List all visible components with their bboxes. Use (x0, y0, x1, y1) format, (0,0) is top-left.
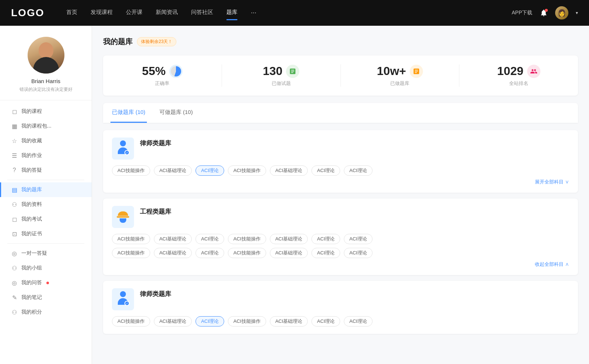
tag-2-13[interactable]: ACI理论 (311, 248, 340, 258)
bank-card-lawyer-2: ✓ 律师类题库 ACI技能操作 ACI基础理论 ACI理论 ACI技能操作 AC… (103, 281, 578, 334)
user-motto: 错误的决定比没有决定要好 (7, 86, 84, 93)
tag-1-3[interactable]: ACI理论 (195, 165, 224, 176)
notification-bell[interactable] (540, 9, 548, 17)
sidebar-item-question-bank[interactable]: ▤ 我的题库 (0, 182, 92, 197)
stat-value-done: 130 (263, 64, 282, 78)
stat-value-banks: 10w+ (377, 64, 406, 78)
avatar-image (28, 37, 64, 74)
stat-accuracy: 55% 正确率 (103, 64, 222, 87)
nav-open-course[interactable]: 公开课 (126, 9, 142, 17)
sidebar-item-one-on-one[interactable]: ◎ 一对一答疑 (0, 246, 92, 261)
main-content: 我的题库 体验剩余23天！ 55% 正确率 130 (92, 26, 589, 364)
helmet-top (118, 211, 128, 216)
tag-1-4[interactable]: ACI技能操作 (228, 165, 266, 176)
nav-more[interactable]: ··· (251, 9, 256, 17)
user-avatar[interactable]: 👩 (555, 6, 568, 19)
stats-card: 55% 正确率 130 已做试题 10w+ (103, 56, 578, 96)
tag-2-6[interactable]: ACI理论 (311, 234, 340, 244)
person-head-1 (120, 140, 126, 146)
expand-link-1[interactable]: 展开全部科目 ∨ (112, 179, 569, 185)
tag-1-5[interactable]: ACI基础理论 (270, 165, 308, 176)
nav-question-bank[interactable]: 题库 (226, 9, 237, 17)
nav-qa[interactable]: 问答社区 (191, 9, 213, 17)
stat-done-banks: 10w+ 已做题库 (341, 64, 460, 87)
tag-2-5[interactable]: ACI基础理论 (270, 234, 308, 244)
tab-done-banks[interactable]: 已做题库 (10) (110, 103, 147, 123)
tag-2-8[interactable]: ACI技能操作 (112, 248, 150, 258)
exam-icon: ◻ (11, 216, 18, 222)
bank-header-2: 工程类题库 (112, 206, 569, 228)
sidebar-item-qa[interactable]: ? 我的答疑 (0, 163, 92, 178)
nav-discover[interactable]: 发现课程 (91, 9, 113, 17)
logo: LOGO (11, 7, 44, 19)
stat-label-ranking: 全站排名 (467, 80, 571, 87)
person-body-1: ✓ (118, 147, 128, 154)
tag-2-2[interactable]: ACI基础理论 (154, 234, 192, 244)
tag-1-1[interactable]: ACI技能操作 (112, 165, 150, 176)
main-layout: Brian Harris 错误的决定比没有决定要好 ◻ 我的课程 ▦ 我的课程包… (0, 26, 589, 364)
sidebar-item-groups[interactable]: ⚇ 我的小组 (0, 261, 92, 275)
materials-icon: ⚇ (11, 201, 18, 208)
person-badge-3: ✓ (124, 301, 130, 306)
groups-icon: ⚇ (11, 265, 18, 271)
tag-3-6[interactable]: ACI理论 (311, 316, 340, 326)
nav-news[interactable]: 新闻资讯 (156, 9, 178, 17)
notification-dot (545, 9, 548, 12)
sidebar-item-course-pack[interactable]: ▦ 我的课程包... (0, 119, 92, 133)
tab-available-banks[interactable]: 可做题库 (10) (158, 103, 194, 123)
tag-3-7[interactable]: ACI理论 (344, 316, 373, 326)
tag-3-3[interactable]: ACI理论 (195, 316, 224, 326)
tag-3-1[interactable]: ACI技能操作 (112, 316, 150, 326)
tag-2-1[interactable]: ACI技能操作 (112, 234, 150, 244)
pie-chart (171, 66, 181, 76)
collapse-link[interactable]: 收起全部科目 ∧ (112, 261, 569, 268)
course-pack-icon: ▦ (11, 123, 18, 129)
nav-home[interactable]: 首页 (66, 9, 77, 17)
tag-2-10[interactable]: ACI理论 (195, 248, 224, 258)
bank-card-engineer: 工程类题库 ACI技能操作 ACI基础理论 ACI理论 ACI技能操作 ACI基… (103, 199, 578, 275)
user-menu-chevron[interactable]: ▾ (576, 10, 578, 15)
sidebar-item-notes[interactable]: ✎ 我的笔记 (0, 290, 92, 305)
tabs-bar: 已做题库 (10) 可做题库 (10) (103, 103, 578, 123)
nav-right: APP下载 👩 ▾ (512, 6, 578, 19)
sidebar-item-favorites[interactable]: ☆ 我的收藏 (0, 133, 92, 148)
tag-2-3[interactable]: ACI理论 (195, 234, 224, 244)
tag-3-2[interactable]: ACI基础理论 (154, 316, 192, 326)
sidebar-item-my-course[interactable]: ◻ 我的课程 (0, 104, 92, 119)
sidebar-item-exam[interactable]: ◻ 我的考试 (0, 212, 92, 226)
tag-3-4[interactable]: ACI技能操作 (228, 316, 266, 326)
person-head-3 (120, 291, 126, 297)
nav-links: 首页 发现课程 公开课 新闻资讯 问答社区 题库 ··· (66, 9, 512, 17)
lawyer-icon-2: ✓ (115, 291, 131, 307)
tag-2-11[interactable]: ACI技能操作 (228, 248, 266, 258)
stat-ranking: 1029 全站排名 (459, 64, 578, 87)
sidebar-item-my-qa[interactable]: ◎ 我的问答 (0, 275, 92, 290)
sidebar-item-certificate[interactable]: ⊡ 我的证书 (0, 226, 92, 241)
tags-row-engineer-1: ACI技能操作 ACI基础理论 ACI理论 ACI技能操作 ACI基础理论 AC… (112, 234, 569, 244)
sidebar-item-homework[interactable]: ☰ 我的作业 (0, 148, 92, 163)
tags-row-lawyer-1: ACI技能操作 ACI基础理论 ACI理论 ACI技能操作 ACI基础理论 AC… (112, 165, 569, 176)
tag-2-7[interactable]: ACI理论 (344, 234, 373, 244)
bank-title-engineer: 工程类题库 (140, 206, 171, 216)
tag-1-7[interactable]: ACI理论 (344, 165, 373, 176)
person-badge-1: ✓ (124, 150, 130, 155)
tag-2-14[interactable]: ACI理论 (344, 248, 373, 258)
tag-2-4[interactable]: ACI技能操作 (228, 234, 266, 244)
trial-badge: 体验剩余23天！ (137, 37, 176, 46)
menu-divider-2 (7, 243, 84, 244)
star-icon: ☆ (11, 138, 18, 144)
ranking-icon (527, 65, 540, 78)
helmet-face (120, 218, 126, 223)
tag-2-9[interactable]: ACI基础理论 (154, 248, 192, 258)
bank-card-lawyer-1: ✓ 律师类题库 ACI技能操作 ACI基础理论 ACI理论 ACI技能操作 AC… (103, 130, 578, 193)
app-download[interactable]: APP下载 (512, 10, 532, 16)
my-qa-icon: ◎ (11, 279, 18, 286)
bank-title-lawyer-2: 律师类题库 (140, 288, 171, 298)
tags-row-lawyer-2: ACI技能操作 ACI基础理论 ACI理论 ACI技能操作 ACI基础理论 AC… (112, 316, 569, 326)
tag-1-6[interactable]: ACI理论 (311, 165, 340, 176)
tag-2-12[interactable]: ACI基础理论 (270, 248, 308, 258)
sidebar-item-points[interactable]: ⚇ 我的积分 (0, 305, 92, 320)
sidebar-item-materials[interactable]: ⚇ 我的资料 (0, 197, 92, 212)
tag-1-2[interactable]: ACI基础理论 (154, 165, 192, 176)
tag-3-5[interactable]: ACI基础理论 (270, 316, 308, 326)
